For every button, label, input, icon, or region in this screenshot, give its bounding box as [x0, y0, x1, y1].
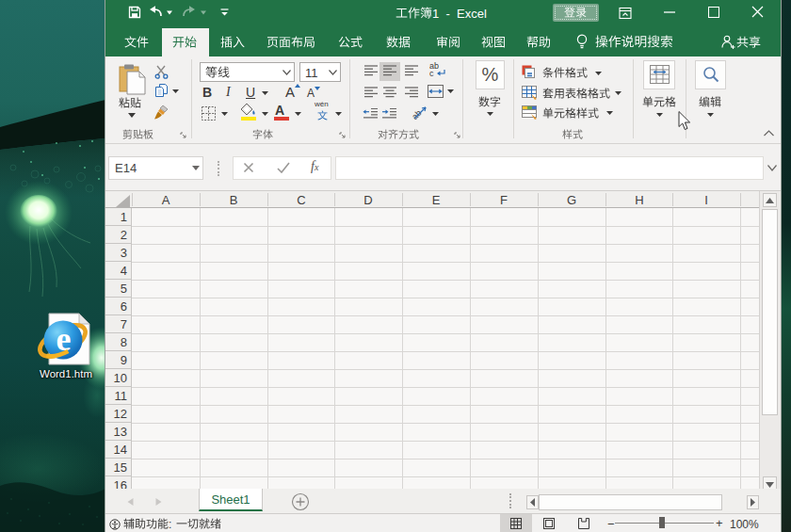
svg-text:ab: ab	[412, 108, 423, 121]
